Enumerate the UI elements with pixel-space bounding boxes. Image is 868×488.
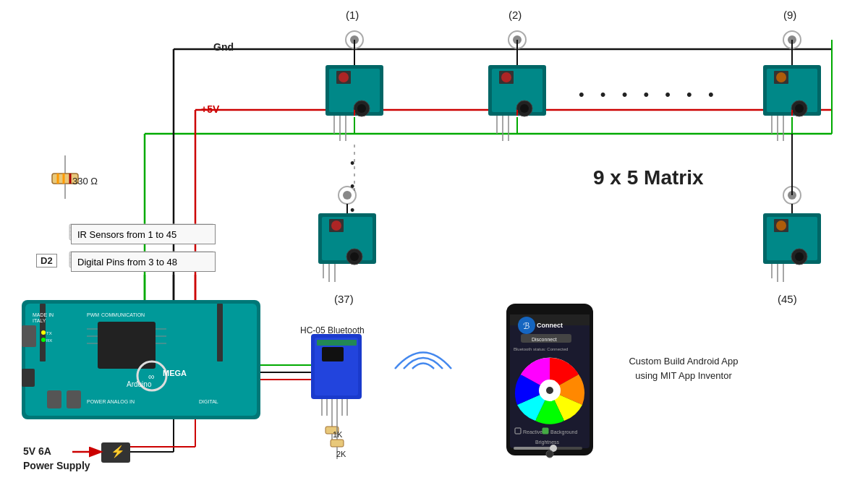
svg-rect-149 bbox=[331, 440, 344, 447]
svg-point-164 bbox=[539, 380, 561, 401]
digital-pins-text: Digital Pins from 3 to 48 bbox=[77, 257, 177, 267]
svg-rect-171 bbox=[514, 447, 582, 450]
svg-rect-114 bbox=[67, 390, 81, 408]
svg-point-40 bbox=[350, 35, 359, 44]
sensor37-label: (37) bbox=[334, 293, 354, 305]
svg-rect-138 bbox=[317, 340, 357, 346]
svg-point-157 bbox=[518, 317, 535, 334]
svg-rect-136 bbox=[315, 338, 358, 395]
svg-text:DIGITAL: DIGITAL bbox=[199, 399, 218, 404]
resistor-2k-label: 2K bbox=[336, 450, 346, 458]
svg-point-39 bbox=[346, 31, 363, 48]
svg-point-105 bbox=[137, 361, 166, 390]
diagram-container: ∞ MEGA Arduino MADE IN ITALY COMMUNICATI… bbox=[0, 0, 868, 488]
svg-point-20 bbox=[501, 72, 511, 82]
svg-rect-62 bbox=[767, 217, 817, 260]
svg-point-43 bbox=[783, 31, 801, 48]
svg-rect-168 bbox=[542, 428, 548, 434]
plus5v-label: +5V bbox=[201, 103, 219, 115]
svg-rect-7 bbox=[329, 69, 380, 112]
sensor45-label: (45) bbox=[778, 293, 797, 305]
svg-point-53 bbox=[350, 252, 359, 261]
svg-rect-49 bbox=[322, 217, 373, 260]
svg-point-51 bbox=[331, 221, 341, 231]
svg-point-44 bbox=[788, 35, 796, 44]
svg-text:RX: RX bbox=[46, 338, 52, 343]
svg-point-165 bbox=[546, 387, 553, 394]
svg-text:ℬ: ℬ bbox=[523, 321, 529, 331]
svg-text:Connect: Connect bbox=[537, 322, 563, 329]
matrix-label: 9 x 5 Matrix bbox=[593, 166, 704, 189]
svg-text:Arduino: Arduino bbox=[127, 380, 152, 388]
svg-rect-111 bbox=[22, 325, 36, 347]
svg-rect-135 bbox=[311, 334, 362, 399]
svg-rect-30 bbox=[774, 71, 788, 84]
power-supply-label: 5V 6A Power Supply bbox=[23, 445, 90, 473]
svg-text:⚡: ⚡ bbox=[111, 445, 125, 458]
svg-point-52 bbox=[346, 249, 362, 265]
svg-rect-154 bbox=[506, 304, 593, 455]
svg-rect-19 bbox=[499, 71, 514, 84]
svg-text:Bluetooth status: Connected: Bluetooth status: Connected bbox=[514, 347, 568, 351]
svg-rect-50 bbox=[329, 219, 344, 232]
svg-point-42 bbox=[513, 35, 522, 44]
d2-label: D2 bbox=[36, 254, 57, 267]
svg-rect-166 bbox=[515, 428, 521, 434]
vertical-dots: ••• bbox=[350, 152, 354, 222]
svg-point-119 bbox=[41, 338, 46, 342]
svg-point-118 bbox=[41, 330, 46, 335]
svg-point-9 bbox=[339, 72, 349, 82]
sensor1-label: (1) bbox=[346, 9, 359, 21]
svg-rect-98 bbox=[98, 322, 156, 369]
svg-rect-8 bbox=[336, 71, 351, 84]
svg-rect-61 bbox=[763, 213, 821, 264]
svg-point-163 bbox=[517, 358, 582, 423]
svg-rect-63 bbox=[774, 219, 788, 232]
svg-point-71 bbox=[788, 191, 796, 200]
resistor-1k-label: 1K bbox=[333, 430, 342, 439]
svg-text:TX: TX bbox=[46, 331, 52, 335]
svg-rect-6 bbox=[326, 65, 383, 116]
svg-rect-172 bbox=[514, 447, 553, 450]
svg-point-70 bbox=[783, 187, 801, 204]
svg-text:MEGA: MEGA bbox=[163, 369, 187, 377]
svg-rect-48 bbox=[318, 213, 376, 264]
svg-point-11 bbox=[357, 104, 366, 113]
svg-text:Background: Background bbox=[550, 429, 577, 435]
svg-text:ITALY: ITALY bbox=[33, 318, 46, 323]
svg-rect-113 bbox=[47, 390, 61, 408]
svg-point-10 bbox=[354, 100, 370, 116]
svg-rect-109 bbox=[40, 304, 46, 361]
svg-text:Reactive: Reactive bbox=[523, 429, 542, 435]
digital-pins-box: Digital Pins from 3 to 48 bbox=[71, 252, 216, 272]
resistor-label: 330 Ω bbox=[72, 176, 98, 187]
svg-point-65 bbox=[791, 249, 807, 265]
svg-rect-112 bbox=[22, 369, 35, 387]
svg-point-66 bbox=[795, 252, 804, 261]
ir-sensors-text: IR Sensors from 1 to 45 bbox=[77, 229, 176, 240]
svg-rect-29 bbox=[767, 69, 817, 112]
svg-point-21 bbox=[516, 100, 532, 116]
svg-rect-156 bbox=[510, 314, 590, 325]
svg-rect-128 bbox=[101, 442, 130, 463]
svg-text:MADE IN: MADE IN bbox=[33, 312, 54, 317]
svg-point-41 bbox=[509, 31, 526, 48]
svg-rect-110 bbox=[217, 304, 223, 361]
svg-point-64 bbox=[776, 221, 786, 231]
svg-rect-96 bbox=[22, 300, 260, 419]
sensor2-label: (2) bbox=[509, 9, 522, 21]
android-app-label: Custom Build Android App using MIT App I… bbox=[622, 354, 745, 382]
svg-text:PWM: PWM bbox=[87, 312, 99, 317]
svg-point-173 bbox=[550, 445, 557, 452]
svg-point-31 bbox=[776, 72, 786, 82]
svg-rect-28 bbox=[763, 65, 821, 116]
svg-point-32 bbox=[791, 100, 807, 116]
hc05-label: HC-05 Bluetooth bbox=[300, 325, 365, 335]
svg-rect-17 bbox=[488, 65, 546, 116]
sensor9-label: (9) bbox=[783, 9, 796, 21]
ir-sensors-box: IR Sensors from 1 to 45 bbox=[71, 224, 216, 244]
svg-text:∞: ∞ bbox=[148, 372, 155, 382]
svg-rect-137 bbox=[322, 347, 344, 361]
svg-point-33 bbox=[795, 104, 804, 113]
svg-text:COMMUNICATION: COMMUNICATION bbox=[101, 312, 145, 317]
